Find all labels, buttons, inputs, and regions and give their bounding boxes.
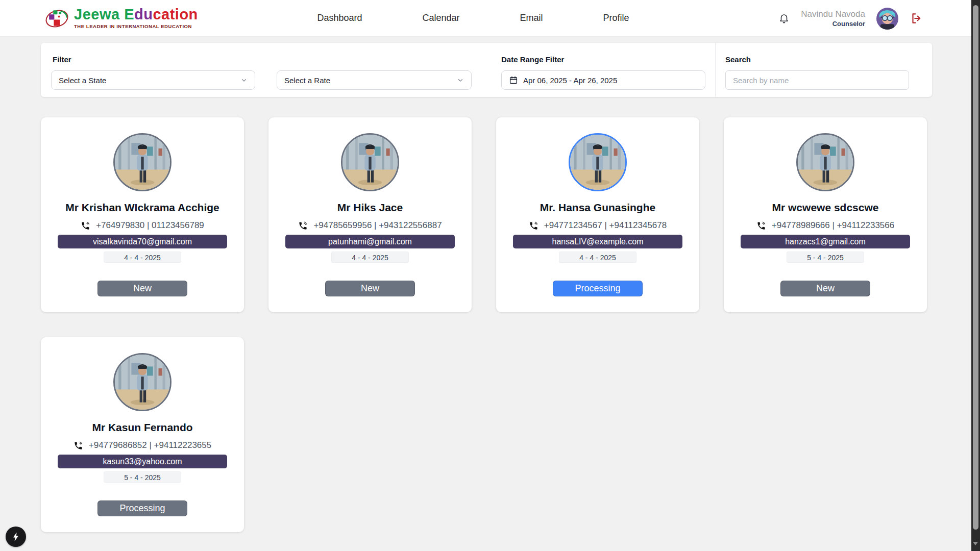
- contact-card[interactable]: Mr Hiks Jace +94785659956 | +94312255688…: [268, 117, 472, 312]
- rate-select-value: Select a Rate: [284, 76, 457, 85]
- search-input[interactable]: [725, 70, 909, 90]
- search-label: Search: [725, 55, 751, 64]
- main-nav: Dashboard Calendar Email Profile: [317, 13, 629, 23]
- chevron-down-icon: [240, 77, 248, 84]
- logout-icon[interactable]: [910, 12, 923, 25]
- contact-name: Mr Krishan WIckrama Acchige: [65, 202, 219, 214]
- contact-avatar: [796, 133, 854, 191]
- contact-phone: +94785659956 | +943122556887: [313, 220, 442, 231]
- contact-phone: +94771234567 | +94112345678: [544, 220, 667, 231]
- state-select-value: Select a State: [59, 76, 240, 85]
- date-range-label: Date Range Filter: [501, 55, 564, 64]
- lightning-icon: [11, 532, 20, 541]
- contact-email-badge: visalkavinda70@gmail.com: [58, 235, 227, 248]
- user-avatar-image: [876, 8, 898, 30]
- contacts-grid: Mr Krishan WIckrama Acchige +764979830 |…: [41, 117, 932, 532]
- contact-avatar: [113, 133, 172, 191]
- contact-name: Mr Kasun Fernando: [92, 421, 192, 434]
- status-button[interactable]: New: [780, 281, 870, 296]
- chevron-down-icon: [457, 77, 464, 84]
- status-button[interactable]: New: [325, 281, 415, 296]
- calendar-icon: [509, 76, 518, 85]
- date-range-input[interactable]: Apr 06, 2025 - Apr 26, 2025: [501, 70, 705, 90]
- contact-avatar-photo: [115, 355, 170, 410]
- contact-email-badge: kasun33@yahoo.com: [58, 455, 227, 468]
- brand-logo-mark-icon: [45, 7, 69, 30]
- date-range-value: Apr 06, 2025 - Apr 26, 2025: [523, 76, 698, 85]
- status-button[interactable]: Processing: [553, 281, 643, 296]
- contact-name: Mr wcwewe sdcscwe: [772, 202, 879, 214]
- phone-icon: [81, 221, 90, 231]
- contact-date-badge: 4 - 4 - 2025: [559, 252, 636, 263]
- contact-card[interactable]: Mr Krishan WIckrama Acchige +764979830 |…: [41, 117, 244, 312]
- nav-item-profile[interactable]: Profile: [603, 13, 629, 23]
- contact-phone: +94778989666 | +94112233566: [772, 220, 894, 231]
- contact-avatar: [341, 133, 399, 191]
- contact-avatar-photo: [342, 135, 398, 190]
- contact-email-badge: patunhami@gmail.com: [285, 235, 455, 248]
- brand-logo[interactable]: Jeewa Education THE LEADER IN INTERNATIO…: [45, 7, 198, 30]
- contact-email-badge: hansaLIV@example.com: [513, 235, 682, 248]
- contact-date-badge: 4 - 4 - 2025: [331, 252, 409, 263]
- nav-item-calendar[interactable]: Calendar: [423, 13, 460, 23]
- phone-icon: [756, 221, 766, 231]
- filterbar-divider: [715, 43, 716, 97]
- contact-avatar-photo: [570, 135, 625, 190]
- scrollbar-thumb[interactable]: [973, 5, 978, 530]
- user-avatar[interactable]: [876, 8, 898, 30]
- scrollbar-down-arrow[interactable]: [973, 542, 978, 545]
- navbar-right-cluster: Navindu Navoda Counselor: [778, 0, 923, 37]
- brand-tagline: THE LEADER IN INTERNATIONAL EDUCATION: [74, 24, 198, 29]
- contact-phone: +94779686852 | +94112223655: [89, 440, 211, 450]
- contact-date-badge: 5 - 4 - 2025: [104, 471, 181, 483]
- dev-tools-badge[interactable]: [6, 527, 26, 547]
- contact-card[interactable]: Mr. Hansa Gunasinghe +94771234567 | +941…: [496, 117, 699, 312]
- contact-card[interactable]: Mr Kasun Fernando +94779686852 | +941122…: [41, 337, 244, 532]
- contact-phone: +764979830 | 01123456789: [96, 220, 204, 231]
- contact-card[interactable]: Mr wcwewe sdcscwe +94778989666 | +941122…: [724, 117, 927, 312]
- vertical-scrollbar[interactable]: [971, 0, 980, 551]
- filter-label: Filter: [53, 55, 71, 64]
- contact-date-badge: 5 - 4 - 2025: [787, 252, 864, 263]
- status-button[interactable]: Processing: [97, 500, 187, 516]
- phone-icon: [298, 221, 308, 231]
- contact-avatar-photo: [115, 135, 170, 190]
- status-button[interactable]: New: [97, 281, 187, 296]
- contact-name: Mr Hiks Jace: [337, 202, 403, 214]
- phone-icon: [529, 221, 538, 231]
- brand-name: Jeewa Education: [74, 7, 198, 22]
- top-navbar: Jeewa Education THE LEADER IN INTERNATIO…: [0, 0, 971, 37]
- bell-icon[interactable]: [778, 12, 790, 24]
- rate-select[interactable]: Select a Rate: [277, 70, 472, 90]
- contact-avatar-photo: [798, 135, 853, 190]
- contact-avatar: [113, 353, 172, 411]
- user-role: Counselor: [801, 20, 865, 28]
- contact-name: Mr. Hansa Gunasinghe: [540, 202, 655, 214]
- filter-bar: Filter Select a State Select a Rate Date…: [41, 43, 932, 97]
- contact-email-badge: hanzacs1@gmail.com: [741, 235, 910, 248]
- contact-avatar: [569, 133, 627, 191]
- state-select[interactable]: Select a State: [51, 70, 255, 90]
- user-name: Navindu Navoda: [801, 9, 865, 19]
- user-block[interactable]: Navindu Navoda Counselor: [801, 9, 865, 28]
- nav-item-dashboard[interactable]: Dashboard: [317, 13, 362, 23]
- phone-icon: [74, 441, 83, 450]
- nav-item-email[interactable]: Email: [520, 13, 543, 23]
- contact-date-badge: 4 - 4 - 2025: [104, 252, 181, 263]
